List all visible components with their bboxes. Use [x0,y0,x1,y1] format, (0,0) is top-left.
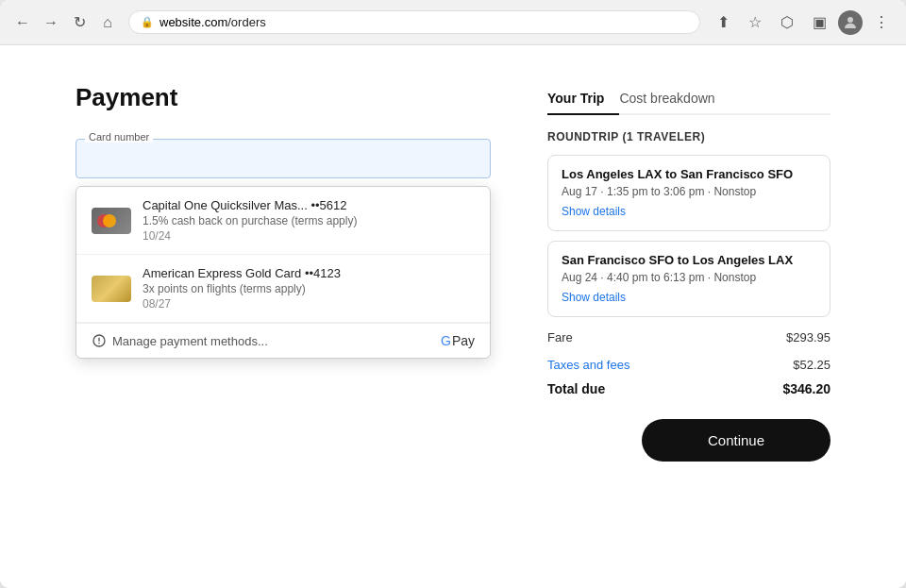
flight-details-1: Aug 17 · 1:35 pm to 3:06 pm · Nonstop [562,185,816,198]
card-input-wrapper: Card number [76,139,491,178]
manage-label: Manage payment methods... [112,334,268,348]
url-text: website.com/orders [159,15,266,29]
flight-card-1: Los Angeles LAX to San Francisco SFO Aug… [547,155,830,231]
manage-payment-link[interactable]: Manage payment methods... [92,333,268,348]
profile-pic-button[interactable]: ▣ [806,9,832,36]
card-expiry-1: 10/24 [143,229,475,243]
left-panel: Payment Card number Capital One Quicksil… [76,83,491,550]
card-name-1: Capital One Quicksilver Mas... ••5612 [143,198,475,212]
reload-button[interactable]: ↻ [68,11,91,34]
browser-window: ← → ↻ ⌂ 🔒 website.com/orders ⬆ ☆ ⬡ ▣ ⋮ [0,0,906,588]
fare-row: Fare $293.95 [547,330,830,344]
taxes-link[interactable]: Taxes and fees [547,358,629,372]
card-option-2[interactable]: American Express Gold Card ••4123 3x poi… [76,255,490,323]
fare-amount: $293.95 [786,330,830,344]
card-number-label: Card number [85,131,153,143]
flight-route-1: Los Angeles LAX to San Francisco SFO [562,167,816,181]
amex-icon [92,276,131,302]
manage-row: Manage payment methods... G Pay [76,323,490,358]
bookmark-button[interactable]: ☆ [742,9,768,36]
share-button[interactable]: ⬆ [710,9,736,36]
flight-details-2: Aug 24 · 4:40 pm to 6:13 pm · Nonstop [562,271,816,284]
home-button[interactable]: ⌂ [96,11,119,34]
gpay-logo[interactable]: G Pay [441,333,475,348]
forward-button[interactable]: → [40,11,62,34]
nav-buttons: ← → ↻ ⌂ [11,11,119,34]
show-details-link-2[interactable]: Show details [562,291,626,304]
flight-route-2: San Francisco SFO to Los Angeles LAX [562,253,816,267]
card-expiry-2: 08/27 [143,297,475,311]
page-content: Payment Card number Capital One Quicksil… [0,45,906,588]
svg-point-0 [847,17,853,23]
card-option-1[interactable]: Capital One Quicksilver Mas... ••5612 1.… [76,187,490,255]
flight-card-2: San Francisco SFO to Los Angeles LAX Aug… [547,241,830,317]
card-desc-1: 1.5% cash back on purchase (terms apply) [143,214,475,227]
card-info-2: American Express Gold Card ••4123 3x poi… [143,266,475,311]
extensions-button[interactable]: ⬡ [774,9,800,36]
tab-your-trip[interactable]: Your Trip [547,83,619,115]
total-label: Total due [547,381,605,396]
right-panel: Your Trip Cost breakdown ROUNDTRIP (1 TR… [547,83,830,550]
taxes-amount: $52.25 [793,358,830,372]
lock-icon: 🔒 [141,16,154,28]
continue-button[interactable]: Continue [642,419,830,462]
card-name-2: American Express Gold Card ••4123 [143,266,475,280]
back-button[interactable]: ← [11,11,34,34]
address-bar[interactable]: 🔒 website.com/orders [128,10,700,34]
tabs-row: Your Trip Cost breakdown [547,83,830,115]
fare-label: Fare [547,330,573,344]
toolbar-right: ⬆ ☆ ⬡ ▣ ⋮ [710,9,895,36]
gpay-pay: Pay [452,333,475,348]
card-number-input[interactable] [76,139,491,178]
browser-toolbar: ← → ↻ ⌂ 🔒 website.com/orders ⬆ ☆ ⬡ ▣ ⋮ [0,0,906,45]
page-title: Payment [76,83,491,112]
card-desc-2: 3x points on flights (terms apply) [143,282,475,295]
show-details-link-1[interactable]: Show details [562,205,626,218]
settings-icon [92,333,107,348]
menu-button[interactable]: ⋮ [868,9,895,36]
card-info-1: Capital One Quicksilver Mas... ••5612 1.… [143,198,475,243]
avatar-button[interactable] [838,10,863,35]
card-dropdown: Capital One Quicksilver Mas... ••5612 1.… [76,186,491,359]
trip-type-label: ROUNDTRIP (1 TRAVELER) [547,130,830,143]
total-amount: $346.20 [782,381,830,396]
taxes-row: Taxes and fees $52.25 [547,358,830,372]
gpay-g: G [441,333,451,348]
mastercard-icon [92,208,131,234]
tab-cost-breakdown[interactable]: Cost breakdown [619,83,730,115]
total-row: Total due $346.20 [547,376,830,396]
